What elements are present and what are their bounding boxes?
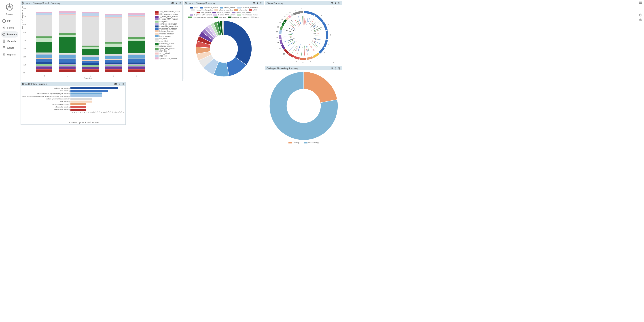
- so-donut-chart[interactable]: [195, 20, 253, 78]
- hamburger-icon[interactable]: [639, 1, 642, 5]
- main: Sequence Ontology Sample Summary Fractio…: [19, 0, 644, 322]
- reports-icon: [2, 53, 6, 56]
- panel-title: Sequence Ontology Summary: [185, 2, 215, 4]
- svg-line-49: [308, 16, 310, 24]
- variants-icon: [2, 39, 6, 43]
- nav-item-info[interactable]: Info: [1, 18, 18, 24]
- svg-line-55: [314, 21, 320, 26]
- svg-line-122: [302, 16, 303, 22]
- panel-so-sample: Sequence Ontology Sample Summary Fractio…: [20, 1, 183, 81]
- svg-line-115: [293, 24, 296, 27]
- coding-donut-chart[interactable]: [268, 71, 340, 141]
- nav-item-summary[interactable]: Summary: [1, 31, 18, 37]
- camera-icon[interactable]: [331, 67, 334, 70]
- svg-line-79: [310, 45, 314, 52]
- svg-point-22: [640, 19, 642, 21]
- svg-line-81: [306, 49, 307, 54]
- gene-ontology-chart[interactable]: calcium ion bindingDNA bindingtranscript…: [22, 87, 124, 118]
- svg-line-62: [314, 36, 320, 36]
- panel-title: Sequence Ontology Sample Summary: [22, 2, 60, 4]
- pin-icon[interactable]: [175, 2, 178, 4]
- svg-line-68: [313, 39, 317, 40]
- svg-line-51: [310, 19, 314, 26]
- svg-line-123: [303, 18, 303, 25]
- svg-rect-10: [3, 40, 5, 42]
- svg-line-57: [313, 31, 317, 32]
- panel-gene-ontology: Gene Ontology Summary calcium ion bindin…: [20, 82, 126, 125]
- coding-legend: CodingNon-coding: [266, 141, 341, 145]
- expand-icon[interactable]: [178, 2, 181, 4]
- svg-line-64: [317, 36, 322, 36]
- svg-line-104: [284, 36, 291, 36]
- nav-item-variants[interactable]: Variants: [1, 38, 18, 44]
- camera-icon[interactable]: [114, 83, 117, 85]
- help-icon[interactable]: [639, 13, 642, 16]
- panel-coding: Coding vs Noncoding Summary CodingNon-co…: [265, 66, 342, 146]
- svg-line-106: [288, 34, 292, 35]
- svg-line-86: [301, 47, 302, 56]
- circos-chart[interactable]: + − 12345678910111213141516171819202122X…: [270, 6, 337, 64]
- svg-line-56: [311, 25, 316, 29]
- svg-line-76: [311, 46, 315, 51]
- svg-point-8: [4, 27, 5, 27]
- logo-text: OakVar: [6, 13, 13, 15]
- summary-icon: [2, 33, 5, 36]
- svg-line-103: [290, 37, 294, 37]
- panel-so-summary: Sequence Ontology Summary MLOmissense_va…: [184, 1, 264, 79]
- svg-point-25: [172, 3, 173, 3]
- svg-line-90: [298, 44, 300, 51]
- expand-icon[interactable]: [338, 67, 340, 70]
- svg-line-73: [311, 43, 314, 45]
- svg-line-110: [288, 28, 295, 31]
- svg-line-52: [310, 23, 313, 26]
- pin-icon[interactable]: [118, 83, 120, 85]
- svg-line-101: [284, 39, 292, 42]
- expand-icon[interactable]: [260, 2, 262, 4]
- pin-icon[interactable]: [334, 67, 337, 70]
- svg-line-74: [314, 43, 320, 48]
- camera-icon[interactable]: [171, 2, 174, 4]
- svg-line-72: [312, 43, 317, 48]
- svg-point-6: [3, 27, 3, 28]
- so-sample-chart[interactable]: Fraction of Sequence Ontology 0102030405…: [22, 6, 154, 80]
- svg-line-50: [305, 20, 306, 24]
- svg-line-91: [295, 45, 298, 51]
- svg-line-69: [315, 41, 320, 44]
- filters-icon: [2, 26, 6, 29]
- svg-line-89: [298, 47, 300, 52]
- camera-icon[interactable]: [253, 2, 255, 4]
- sidebar: OakVar InfoFiltersSummaryVariantsGenesRe…: [0, 0, 19, 322]
- svg-line-107: [289, 33, 293, 33]
- expand-icon[interactable]: [338, 2, 340, 4]
- target-icon[interactable]: [639, 18, 642, 21]
- panel-title: Circos Summary: [266, 2, 283, 4]
- svg-line-109: [286, 30, 292, 32]
- svg-point-35: [254, 3, 254, 3]
- svg-point-125: [332, 68, 332, 69]
- svg-line-97: [288, 41, 295, 46]
- svg-point-40: [332, 3, 332, 3]
- info-icon: [2, 19, 6, 23]
- svg-line-116: [291, 20, 296, 26]
- nav-item-reports[interactable]: Reports: [1, 51, 18, 58]
- genes-icon: [2, 46, 6, 50]
- svg-line-65: [312, 33, 316, 34]
- svg-line-105: [283, 37, 291, 37]
- pin-icon[interactable]: [334, 2, 337, 4]
- nav: InfoFiltersSummaryVariantsGenesReports: [1, 17, 18, 58]
- svg-line-58: [314, 29, 321, 32]
- logo: [5, 3, 14, 12]
- nav-item-filters[interactable]: Filters: [1, 24, 18, 31]
- nav-item-genes[interactable]: Genes: [1, 45, 18, 51]
- svg-line-47: [306, 16, 308, 23]
- expand-icon[interactable]: [122, 83, 124, 85]
- panel-title: Coding vs Noncoding Summary: [266, 67, 298, 70]
- pin-icon[interactable]: [256, 2, 259, 4]
- svg-line-67: [314, 38, 321, 40]
- so-sample-legend: 2kb_downstream_variant2kb_upstream_varia…: [154, 6, 180, 80]
- svg-line-87: [304, 48, 304, 55]
- svg-line-59: [314, 27, 321, 31]
- camera-icon[interactable]: [331, 2, 334, 4]
- svg-line-66: [314, 33, 319, 34]
- svg-line-114: [289, 22, 294, 26]
